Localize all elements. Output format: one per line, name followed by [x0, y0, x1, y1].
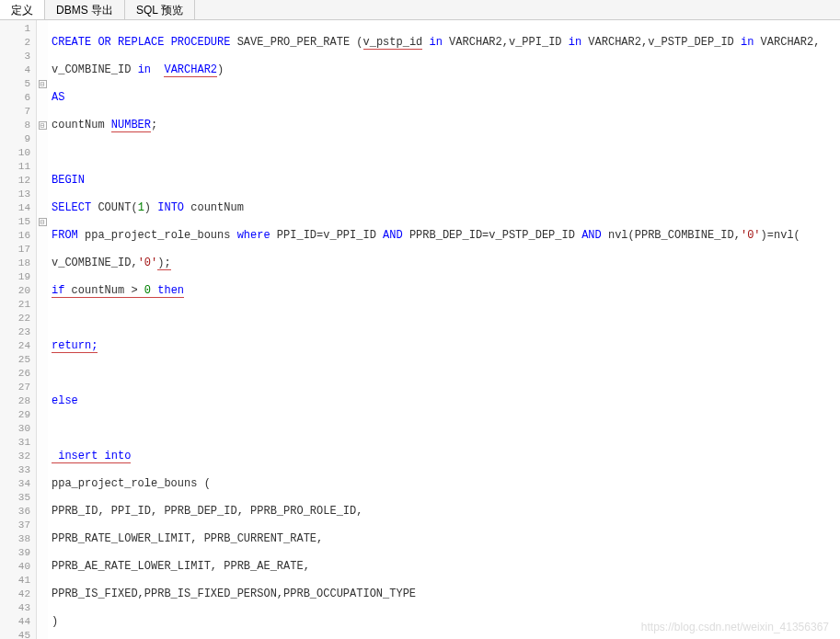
- code-line[interactable]: ppa_project_role_bouns (: [52, 477, 840, 491]
- code-line[interactable]: return;: [52, 339, 840, 353]
- code-line[interactable]: else: [52, 394, 840, 408]
- code-line[interactable]: v_COMBINE_ID,'0');: [52, 257, 840, 270]
- code-line[interactable]: CREATE OR REPLACE PROCEDURE SAVE_PRO_PER…: [52, 36, 840, 50]
- code-editor[interactable]: 1234567891011121314151617181920212223242…: [0, 20, 840, 639]
- code-area[interactable]: CREATE OR REPLACE PROCEDURE SAVE_PRO_PER…: [48, 20, 840, 639]
- fold-toggle[interactable]: ⊟: [39, 80, 47, 88]
- watermark: https://blog.csdn.net/weixin_41356367: [641, 621, 829, 633]
- code-line[interactable]: insert into: [52, 450, 840, 463]
- code-line[interactable]: PPRB_ID, PPI_ID, PPRB_DEP_ID, PPRB_PRO_R…: [52, 505, 840, 519]
- tab-bar: 定义 DBMS 导出 SQL 预览: [0, 0, 840, 20]
- code-line[interactable]: PPRB_IS_FIXED,PPRB_IS_FIXED_PERSON,PPRB_…: [52, 588, 840, 601]
- code-line[interactable]: if countNum > 0 then: [52, 284, 840, 298]
- code-line[interactable]: countNum NUMBER;: [52, 119, 840, 132]
- line-number-gutter: 1234567891011121314151617181920212223242…: [0, 20, 37, 639]
- code-line[interactable]: SELECT COUNT(1) INTO countNum: [52, 201, 840, 215]
- fold-toggle[interactable]: ⊟: [39, 121, 47, 130]
- tab-dbms-export[interactable]: DBMS 导出: [45, 0, 125, 19]
- code-line[interactable]: AS: [52, 91, 840, 105]
- fold-toggle[interactable]: ⊟: [39, 218, 47, 226]
- code-line[interactable]: v_COMBINE_ID in VARCHAR2): [52, 63, 840, 77]
- tab-definition[interactable]: 定义: [0, 0, 45, 19]
- code-line[interactable]: BEGIN: [52, 174, 840, 188]
- fold-gutter: ⊟ ⊟ ⊟: [37, 20, 48, 639]
- code-line[interactable]: PPRB_AE_RATE_LOWER_LIMIT, PPRB_AE_RATE,: [52, 560, 840, 574]
- code-line[interactable]: PPRB_RATE_LOWER_LIMIT, PPRB_CURRENT_RATE…: [52, 532, 840, 546]
- tab-sql-preview[interactable]: SQL 预览: [125, 0, 195, 19]
- code-line[interactable]: FROM ppa_project_role_bouns where PPI_ID…: [52, 229, 840, 243]
